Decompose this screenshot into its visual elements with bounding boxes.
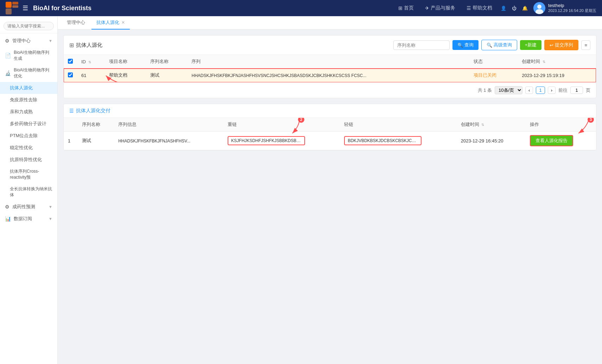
header-nav: ⊞ 首页 ✈ 产品与服务 ☰ 帮助文档 [398,5,492,11]
view-report-label: 查看人源化报告 [536,138,568,143]
bell-icon[interactable]: 🔔 [522,6,528,11]
nav-home-label: 首页 [404,5,414,11]
sidebar-search-box [0,19,57,33]
sidebar-item-immunogenicity[interactable]: 免疫原性去除 [0,94,57,106]
drow-light-chain: BDKJVBDKBSKJDCBSKCBSKJCBS... [340,132,456,150]
svg-rect-3 [6,8,12,14]
sidebar-item-affinity[interactable]: 亲和力成熟 [0,106,57,118]
id-sort-icon[interactable]: ⇅ [88,60,91,64]
sidebar-item-generate-label: BioAI生物药物序列生成 [14,50,52,62]
sidebar-item-cross-reactivity-label: 抗体序列Cross-reactivity预 [10,168,52,180]
table-header-row: ID ⇅ 项目名称 序列名称 序列 [64,55,596,69]
section-title-text: 抗体人源化 [76,42,102,49]
delivery-table-wrap: 序列名称 序列信息 重链 轻链 创建时间 ⇅ 操作 [64,118,596,150]
th-id: ID ⇅ [77,55,105,69]
username: testhelp [548,3,596,8]
th-status-label: 状态 [474,59,483,64]
more-options-button[interactable]: ≡ [581,40,590,50]
submit-seq-button[interactable]: ↩ 提交序列 [544,40,578,50]
sidebar-item-optimize-label: BioAI生物药物序列优化 [14,67,52,79]
sidebar-item-drugability[interactable]: ⚙ 成药性预测 ▼ [0,201,57,213]
drow-action: 查看人源化报告 3 [526,132,596,150]
grid-icon: ⊞ [69,42,74,49]
th-created: 创建时间 ⇅ [518,55,596,69]
sidebar-item-humanization[interactable]: 抗体人源化 [0,82,57,94]
user-menu[interactable]: testhelp 2023.12.29 16:54:20 星期五 [533,2,596,14]
sidebar-item-stability-label: 稳定性优化 [10,145,33,151]
app-title: BioAI for Scientists [33,5,398,12]
sidebar: ⚙ 管理中心 ▼ 📄 BioAI生物药物序列生成 🔬 BioAI生物药物序列优化… [0,16,58,364]
nav-home[interactable]: ⊞ 首页 [398,5,414,11]
submit-seq-icon: ↩ [550,43,553,48]
select-all-checkbox[interactable] [68,59,73,64]
tab-humanization[interactable]: 抗体人源化 ✕ [91,16,130,30]
search-button[interactable]: 🔍 查询 [452,40,479,50]
svg-rect-1 [12,2,18,5]
user-icon[interactable]: 👤 [501,6,506,11]
main-table-wrap: ID ⇅ 项目名称 序列名称 序列 [64,55,596,82]
row-checkbox[interactable] [68,72,73,77]
goto-label: 前往 [558,87,568,94]
dth-seq-name: 序列名称 [78,118,114,132]
dth-created: 创建时间 ⇅ [457,118,526,132]
dth-light-chain: 轻链 [340,118,456,132]
next-page-button[interactable]: › [548,87,556,94]
delivery-sort-icon[interactable]: ⇅ [481,123,484,127]
light-chain-value: BDKJVBDKBSKJDCBSKCBSKJCBS... [348,138,421,143]
prev-page-button[interactable]: ‹ [525,87,533,94]
row-project-value: 帮助文档 [109,72,127,78]
sidebar-item-ptm[interactable]: PTM位点去除 [0,130,57,142]
nav-products-label: 产品与服务 [431,5,455,11]
sidebar-item-multidrug[interactable]: 多价药物分子设计 [0,118,57,130]
advanced-search-button[interactable]: 🔍 高级查询 [481,40,517,50]
sidebar-item-generate[interactable]: 📄 BioAI生物药物序列生成 [0,47,57,64]
row-checkbox-cell[interactable] [64,69,77,82]
drow-heavy-chain: KSJFHJKSDHFJSHFKJSBBKDSBC... 2 [223,132,340,150]
sidebar-item-antigen-specific[interactable]: 抗原特异性优化 [0,154,57,166]
page-size-select[interactable]: 10条/页 [495,86,522,94]
tab-management[interactable]: 管理中心 [62,16,90,30]
drugability-icon: ⚙ [5,204,9,210]
optimize-icon: 🔬 [5,70,11,76]
sidebar-item-nanobody[interactable]: 全长抗体转换为纳米抗体 [0,183,57,201]
created-sort-icon[interactable]: ⇅ [543,60,545,64]
pagination: 共 1 条 10条/页 ‹ 1 › 前往 页 [64,82,596,98]
delivery-row: 1 测试 HHADSKJFHSKFBKJFNJASHFHSV... KSJFHJ [64,132,596,150]
row-seq-name: 测试 [146,69,187,82]
tab-management-label: 管理中心 [67,19,85,26]
delivery-header-row: 序列名称 序列信息 重链 轻链 创建时间 ⇅ 操作 [64,118,596,132]
new-button-label: +新建 [525,42,537,48]
sidebar-search-input[interactable] [4,22,54,30]
sidebar-item-stability[interactable]: 稳定性优化 [0,142,57,154]
drow-seq-name: 测试 [78,132,114,150]
hamburger-icon[interactable]: ☰ [23,4,28,12]
page-goto-input[interactable] [570,87,583,94]
user-datetime: 2023.12.29 16:54:20 星期五 [548,8,596,13]
sidebar-item-multidrug-label: 多价药物分子设计 [10,121,46,127]
sidebar-item-cross-reactivity[interactable]: 抗体序列Cross-reactivity预 [0,166,57,183]
new-button[interactable]: +新建 [520,40,542,50]
management-icon: ⚙ [5,38,9,44]
logo [6,2,18,14]
dth-seq-info: 序列信息 [114,118,223,132]
sidebar-item-data-subscription[interactable]: 📊 数据订阅 ▼ [0,213,57,225]
section-title: ⊞ 抗体人源化 [69,42,102,49]
sidebar-item-optimize[interactable]: 🔬 BioAI生物药物序列优化 [0,64,57,82]
view-report-button[interactable]: 查看人源化报告 [530,135,573,146]
drow-seq-info: HHADSKJFHSKFBKJFNJASHFHSV... [114,132,223,150]
nav-help[interactable]: ☰ 帮助文档 [467,5,492,11]
search-icon: 🔍 [457,43,463,48]
more-options-icon: ≡ [584,43,587,48]
row-seq-value: HHADSKJFHSKFBKJFNJASHFHSVSNCJSHCSHKJSBAS… [191,73,366,78]
row-status-value: 项目已关闭 [474,72,496,78]
pagination-total: 共 1 条 [478,87,492,94]
sequence-search-input[interactable] [393,40,450,50]
row-seq-name-value: 测试 [150,72,159,78]
sidebar-item-management[interactable]: ⚙ 管理中心 ▼ [0,35,57,47]
header-actions: 👤 ⏻ 🔔 testhelp 2023.12.29 16:54:20 星期五 [501,2,596,14]
nav-products[interactable]: ✈ 产品与服务 [425,5,455,11]
th-created-label: 创建时间 [522,59,540,64]
delivery-section: ☰ 抗体人源化交付 序列名称 序列信息 重链 轻链 [63,104,596,151]
power-icon[interactable]: ⏻ [512,6,517,11]
tab-close-icon[interactable]: ✕ [121,20,125,25]
